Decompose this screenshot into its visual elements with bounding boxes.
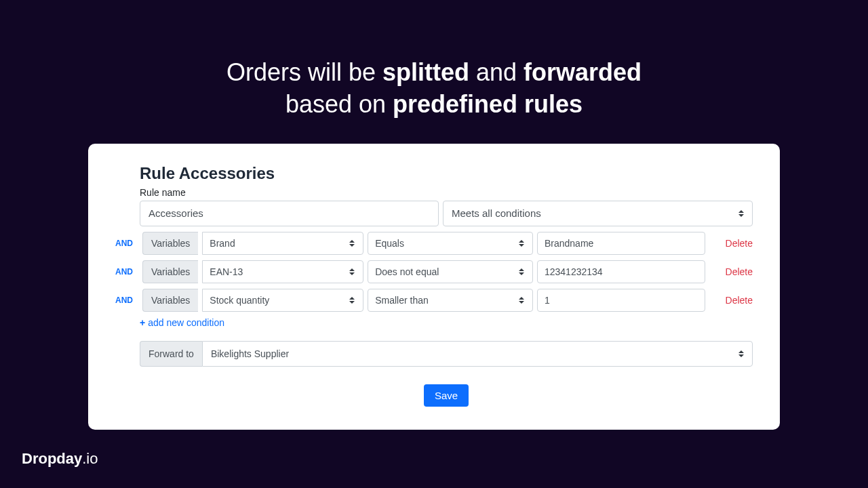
marketing-headline: Orders will be splitted and forwarded ba… (0, 57, 868, 121)
headline-bold-1: splitted (382, 58, 469, 86)
forward-to-row: Forward to Bikelights Supplier (140, 341, 753, 367)
delete-condition-button[interactable]: Delete (713, 295, 753, 306)
chevron-sort-icon (349, 239, 356, 248)
condition-row: AND Variables Brand Equals Brandname Del… (115, 232, 753, 255)
chevron-sort-icon (519, 267, 526, 277)
chevron-sort-icon (349, 296, 356, 305)
plus-icon: + (140, 318, 145, 327)
add-condition-button[interactable]: + add new condition (140, 317, 224, 328)
condition-operator-value: Equals (375, 238, 404, 249)
condition-variable-select[interactable]: Stock quantity (202, 289, 363, 312)
condition-row: AND Variables Stock quantity Smaller tha… (115, 289, 753, 312)
condition-value-input[interactable]: 12341232134 (537, 260, 705, 283)
brand-bold: Dropday (22, 450, 82, 467)
condition-variable-value: EAN-13 (210, 266, 243, 277)
add-condition-label: add new condition (148, 317, 224, 328)
delete-condition-button[interactable]: Delete (713, 238, 753, 249)
forward-to-select[interactable]: Bikelights Supplier (202, 341, 753, 367)
forward-to-label: Forward to (140, 341, 202, 367)
condition-operator-select[interactable]: Equals (368, 232, 533, 255)
brand-logo: Dropday.io (22, 450, 98, 468)
condition-operator-value: Smaller than (375, 295, 429, 306)
condition-value-input[interactable]: Brandname (537, 232, 705, 255)
condition-value-text: 12341232134 (545, 266, 603, 277)
match-mode-select[interactable]: Meets all conditions (443, 201, 753, 226)
chevron-sort-icon (519, 296, 526, 305)
condition-operator-value: Does not equal (375, 266, 439, 277)
chevron-sort-icon (519, 239, 526, 248)
headline-bold-3: predefined rules (393, 90, 583, 118)
variables-prefix-label: Variables (142, 260, 198, 283)
and-operator-label: AND (115, 296, 138, 305)
save-button[interactable]: Save (424, 384, 469, 407)
variables-prefix-label: Variables (142, 289, 198, 312)
match-mode-value: Meets all conditions (452, 207, 541, 219)
condition-row: AND Variables EAN-13 Does not equal 1234… (115, 260, 753, 283)
chevron-sort-icon (738, 209, 745, 218)
rule-name-row: Accessories Meets all conditions (140, 201, 753, 226)
delete-condition-button[interactable]: Delete (713, 266, 753, 277)
headline-text: and (469, 58, 524, 86)
rule-name-input[interactable]: Accessories (140, 201, 439, 226)
condition-variable-value: Stock quantity (210, 295, 269, 306)
rule-name-label: Rule name (140, 187, 753, 198)
condition-variable-select[interactable]: EAN-13 (202, 260, 363, 283)
and-operator-label: AND (115, 267, 138, 277)
condition-value-input[interactable]: 1 (537, 289, 705, 312)
forward-to-value: Bikelights Supplier (211, 348, 289, 359)
headline-bold-2: forwarded (524, 58, 642, 86)
condition-operator-select[interactable]: Does not equal (368, 260, 533, 283)
headline-text: based on (285, 90, 393, 118)
condition-value-text: 1 (545, 295, 550, 306)
rule-editor-card: Rule Accessories Rule name Accessories M… (88, 144, 780, 430)
condition-variable-value: Brand (210, 238, 235, 249)
condition-variable-select[interactable]: Brand (202, 232, 363, 255)
brand-rest: .io (82, 450, 98, 467)
chevron-sort-icon (738, 349, 745, 359)
chevron-sort-icon (349, 267, 356, 277)
and-operator-label: AND (115, 239, 138, 248)
card-title: Rule Accessories (140, 164, 753, 183)
rule-name-value: Accessories (149, 207, 203, 219)
condition-value-text: Brandname (545, 238, 593, 249)
variables-prefix-label: Variables (142, 232, 198, 255)
headline-text: Orders will be (226, 58, 382, 86)
condition-operator-select[interactable]: Smaller than (368, 289, 533, 312)
